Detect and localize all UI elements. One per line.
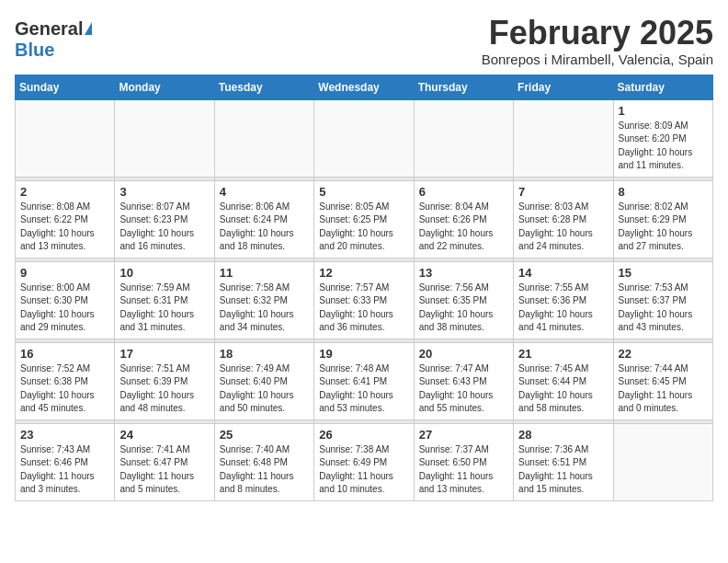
calendar-week-row: 16Sunrise: 7:52 AM Sunset: 6:38 PM Dayli… <box>16 342 713 419</box>
calendar-cell: 5Sunrise: 8:05 AM Sunset: 6:25 PM Daylig… <box>314 180 414 258</box>
day-info: Sunrise: 7:52 AM Sunset: 6:38 PM Dayligh… <box>20 362 109 416</box>
day-number: 1 <box>619 104 708 118</box>
day-info: Sunrise: 8:04 AM Sunset: 6:26 PM Dayligh… <box>419 201 508 254</box>
location-subtitle: Bonrepos i Mirambell, Valencia, Spain <box>482 52 713 67</box>
logo-blue-text: Blue <box>15 40 54 61</box>
day-info: Sunrise: 7:36 AM Sunset: 6:51 PM Dayligh… <box>518 443 608 497</box>
day-number: 18 <box>220 347 309 361</box>
day-number: 15 <box>619 266 708 280</box>
day-number: 26 <box>319 428 408 442</box>
day-number: 22 <box>619 347 708 361</box>
day-info: Sunrise: 8:05 AM Sunset: 6:25 PM Dayligh… <box>319 201 408 254</box>
day-info: Sunrise: 7:56 AM Sunset: 6:35 PM Dayligh… <box>419 282 508 335</box>
day-info: Sunrise: 8:06 AM Sunset: 6:24 PM Dayligh… <box>220 201 309 254</box>
weekday-header-wednesday: Wednesday <box>314 75 414 99</box>
day-number: 23 <box>20 428 109 442</box>
calendar-cell: 11Sunrise: 7:58 AM Sunset: 6:32 PM Dayli… <box>214 261 313 339</box>
day-info: Sunrise: 7:58 AM Sunset: 6:32 PM Dayligh… <box>220 282 309 335</box>
month-year-title: February 2025 <box>482 15 713 52</box>
calendar-cell: 20Sunrise: 7:47 AM Sunset: 6:43 PM Dayli… <box>414 342 513 419</box>
title-block: February 2025 Bonrepos i Mirambell, Vale… <box>482 15 713 67</box>
calendar-cell: 7Sunrise: 8:03 AM Sunset: 6:28 PM Daylig… <box>514 180 613 258</box>
calendar-cell: 24Sunrise: 7:41 AM Sunset: 6:47 PM Dayli… <box>115 423 214 500</box>
weekday-header-saturday: Saturday <box>613 75 712 99</box>
day-info: Sunrise: 8:00 AM Sunset: 6:30 PM Dayligh… <box>20 282 109 335</box>
calendar-cell: 26Sunrise: 7:38 AM Sunset: 6:49 PM Dayli… <box>314 423 414 500</box>
calendar-week-row: 23Sunrise: 7:43 AM Sunset: 6:46 PM Dayli… <box>16 423 713 500</box>
day-number: 5 <box>319 185 408 199</box>
weekday-header-sunday: Sunday <box>16 75 115 99</box>
day-number: 4 <box>220 185 309 199</box>
day-number: 8 <box>619 185 708 199</box>
calendar-cell: 3Sunrise: 8:07 AM Sunset: 6:23 PM Daylig… <box>115 180 214 258</box>
day-number: 20 <box>419 347 508 361</box>
day-number: 14 <box>518 266 608 280</box>
calendar-week-row: 9Sunrise: 8:00 AM Sunset: 6:30 PM Daylig… <box>16 261 713 339</box>
logo: General Blue <box>15 18 92 61</box>
day-number: 2 <box>20 185 109 199</box>
day-number: 17 <box>119 347 209 361</box>
calendar-cell <box>314 99 414 177</box>
logo-general-text: General <box>15 18 83 40</box>
day-number: 13 <box>419 266 508 280</box>
day-info: Sunrise: 7:37 AM Sunset: 6:50 PM Dayligh… <box>419 443 508 497</box>
weekday-header-friday: Friday <box>514 75 613 99</box>
day-info: Sunrise: 7:47 AM Sunset: 6:43 PM Dayligh… <box>419 362 508 416</box>
calendar-cell: 14Sunrise: 7:55 AM Sunset: 6:36 PM Dayli… <box>514 261 613 339</box>
day-number: 28 <box>518 428 608 442</box>
logo-triangle-icon <box>85 22 92 35</box>
calendar-cell: 12Sunrise: 7:57 AM Sunset: 6:33 PM Dayli… <box>314 261 414 339</box>
calendar-cell: 18Sunrise: 7:49 AM Sunset: 6:40 PM Dayli… <box>214 342 313 419</box>
day-info: Sunrise: 8:08 AM Sunset: 6:22 PM Dayligh… <box>20 201 109 254</box>
calendar-cell: 22Sunrise: 7:44 AM Sunset: 6:45 PM Dayli… <box>613 342 712 419</box>
calendar-cell <box>514 99 613 177</box>
calendar-cell: 23Sunrise: 7:43 AM Sunset: 6:46 PM Dayli… <box>16 423 115 500</box>
calendar-header-row: SundayMondayTuesdayWednesdayThursdayFrid… <box>16 75 713 99</box>
calendar-cell <box>214 99 313 177</box>
calendar-cell <box>16 99 115 177</box>
day-info: Sunrise: 7:51 AM Sunset: 6:39 PM Dayligh… <box>119 362 209 416</box>
day-number: 9 <box>20 266 109 280</box>
day-info: Sunrise: 7:43 AM Sunset: 6:46 PM Dayligh… <box>20 443 109 497</box>
day-info: Sunrise: 7:48 AM Sunset: 6:41 PM Dayligh… <box>319 362 408 416</box>
day-info: Sunrise: 7:40 AM Sunset: 6:48 PM Dayligh… <box>220 443 309 497</box>
day-info: Sunrise: 7:49 AM Sunset: 6:40 PM Dayligh… <box>220 362 309 416</box>
calendar-cell: 21Sunrise: 7:45 AM Sunset: 6:44 PM Dayli… <box>514 342 613 419</box>
day-info: Sunrise: 7:59 AM Sunset: 6:31 PM Dayligh… <box>119 282 209 335</box>
day-number: 11 <box>220 266 309 280</box>
calendar-cell: 10Sunrise: 7:59 AM Sunset: 6:31 PM Dayli… <box>115 261 214 339</box>
calendar-cell: 28Sunrise: 7:36 AM Sunset: 6:51 PM Dayli… <box>514 423 613 500</box>
calendar-cell: 6Sunrise: 8:04 AM Sunset: 6:26 PM Daylig… <box>414 180 513 258</box>
day-number: 27 <box>419 428 508 442</box>
calendar-week-row: 2Sunrise: 8:08 AM Sunset: 6:22 PM Daylig… <box>16 180 713 258</box>
calendar-cell: 25Sunrise: 7:40 AM Sunset: 6:48 PM Dayli… <box>214 423 313 500</box>
calendar-cell: 8Sunrise: 8:02 AM Sunset: 6:29 PM Daylig… <box>613 180 712 258</box>
calendar-cell: 9Sunrise: 8:00 AM Sunset: 6:30 PM Daylig… <box>16 261 115 339</box>
calendar-cell: 4Sunrise: 8:06 AM Sunset: 6:24 PM Daylig… <box>214 180 313 258</box>
weekday-header-tuesday: Tuesday <box>214 75 313 99</box>
calendar-cell: 16Sunrise: 7:52 AM Sunset: 6:38 PM Dayli… <box>16 342 115 419</box>
day-info: Sunrise: 8:07 AM Sunset: 6:23 PM Dayligh… <box>119 201 209 254</box>
day-info: Sunrise: 7:45 AM Sunset: 6:44 PM Dayligh… <box>518 362 608 416</box>
day-info: Sunrise: 7:55 AM Sunset: 6:36 PM Dayligh… <box>518 282 608 335</box>
day-number: 24 <box>119 428 209 442</box>
calendar-cell: 13Sunrise: 7:56 AM Sunset: 6:35 PM Dayli… <box>414 261 513 339</box>
calendar-cell: 1Sunrise: 8:09 AM Sunset: 6:20 PM Daylig… <box>613 99 712 177</box>
weekday-header-monday: Monday <box>115 75 214 99</box>
day-number: 6 <box>419 185 508 199</box>
calendar-cell: 19Sunrise: 7:48 AM Sunset: 6:41 PM Dayli… <box>314 342 414 419</box>
day-info: Sunrise: 7:41 AM Sunset: 6:47 PM Dayligh… <box>119 443 209 497</box>
day-info: Sunrise: 8:02 AM Sunset: 6:29 PM Dayligh… <box>619 201 708 254</box>
calendar-cell: 27Sunrise: 7:37 AM Sunset: 6:50 PM Dayli… <box>414 423 513 500</box>
day-number: 10 <box>119 266 209 280</box>
day-info: Sunrise: 7:44 AM Sunset: 6:45 PM Dayligh… <box>619 362 708 416</box>
day-number: 7 <box>518 185 608 199</box>
calendar-cell <box>414 99 513 177</box>
calendar-table: SundayMondayTuesdayWednesdayThursdayFrid… <box>15 75 713 501</box>
weekday-header-thursday: Thursday <box>414 75 513 99</box>
calendar-cell: 17Sunrise: 7:51 AM Sunset: 6:39 PM Dayli… <box>115 342 214 419</box>
day-number: 12 <box>319 266 408 280</box>
day-number: 19 <box>319 347 408 361</box>
day-info: Sunrise: 8:09 AM Sunset: 6:20 PM Dayligh… <box>619 120 708 173</box>
calendar-week-row: 1Sunrise: 8:09 AM Sunset: 6:20 PM Daylig… <box>16 99 713 177</box>
